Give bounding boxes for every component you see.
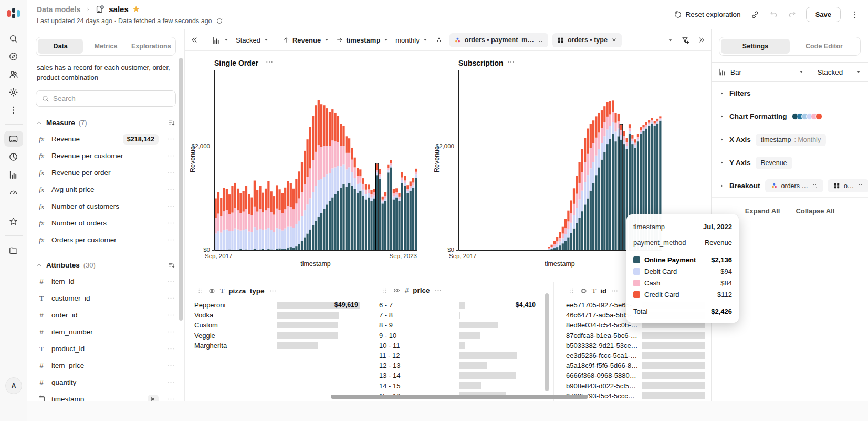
- reset-exploration-button[interactable]: Reset exploration: [674, 11, 741, 19]
- viz-mode-dropdown[interactable]: Stacked: [811, 63, 868, 81]
- rail-folder-icon[interactable]: [4, 242, 23, 258]
- rail-users-icon[interactable]: [4, 66, 23, 82]
- section-breakout[interactable]: Breakout orders …o…: [712, 174, 868, 198]
- horizontal-scrollbar-thumb[interactable]: [331, 395, 588, 399]
- rail-more-v-icon[interactable]: [4, 102, 23, 118]
- id-row[interactable]: ee3d5236-fccc-5ca1-…: [554, 351, 711, 361]
- chart-type-dropdown[interactable]: [212, 36, 229, 45]
- more-icon[interactable]: [167, 345, 175, 353]
- more-icon[interactable]: [167, 202, 175, 210]
- measure-row[interactable]: fxAvg unit price: [36, 181, 176, 198]
- pizza_type-row[interactable]: Veggie: [185, 331, 370, 341]
- granularity-dropdown[interactable]: monthly: [395, 36, 428, 44]
- more-icon[interactable]: [167, 152, 175, 160]
- save-button[interactable]: Save: [806, 7, 841, 22]
- breadcrumb-data-models[interactable]: Data models: [37, 5, 80, 14]
- y-axis-chip[interactable]: Revenue: [756, 157, 792, 169]
- pizza_type-row[interactable]: Margherita: [185, 341, 370, 351]
- section-x-axis[interactable]: X Axis timestamp : Monthly: [712, 128, 868, 151]
- rail-gear-icon[interactable]: [4, 84, 23, 100]
- price-panel-scrollbar-thumb[interactable]: [545, 293, 549, 391]
- pizza_type-panel-header[interactable]: Tpizza_type: [196, 286, 277, 295]
- attribute-row[interactable]: #quantity: [36, 374, 176, 391]
- subscription-menu-icon[interactable]: [507, 58, 515, 68]
- remove-icon[interactable]: [537, 37, 544, 44]
- rail-donut-icon[interactable]: [4, 149, 23, 165]
- measure-row[interactable]: fxNumber of customers: [36, 198, 176, 215]
- app-logo[interactable]: [7, 6, 20, 20]
- single-order-menu-icon[interactable]: [265, 58, 274, 68]
- favorite-star-icon[interactable]: ★: [132, 4, 140, 15]
- attribute-row[interactable]: #item_number: [36, 324, 176, 341]
- redo-icon[interactable]: [788, 10, 797, 19]
- more-menu-icon[interactable]: [850, 10, 860, 19]
- more-icon[interactable]: [167, 311, 175, 319]
- rail-search-icon[interactable]: [4, 30, 23, 46]
- share-link-icon[interactable]: [750, 10, 760, 19]
- measure-row[interactable]: fxNumber of orders: [36, 215, 176, 232]
- attribute-row[interactable]: Tproduct_id: [36, 341, 176, 357]
- tab-settings[interactable]: Settings: [721, 39, 790, 54]
- attribute-row[interactable]: #item_id: [36, 273, 176, 290]
- rail-barchart-icon[interactable]: [4, 167, 23, 182]
- measure-row[interactable]: fxRevenue$218,142: [36, 131, 176, 148]
- single-order-chart[interactable]: [214, 70, 417, 251]
- id-row[interactable]: a5a18c9f-f5f6-5d66-8…: [554, 361, 711, 371]
- collapse-right-icon[interactable]: [697, 36, 706, 44]
- rail-dataset-icon[interactable]: [4, 131, 23, 147]
- price-row[interactable]: 9 - 10: [370, 331, 553, 341]
- price-row[interactable]: 6 - 7$4,410: [370, 300, 553, 310]
- x-axis-chip[interactable]: timestamp : Monthly: [756, 134, 826, 146]
- y-field-dropdown[interactable]: Revenue: [283, 36, 330, 44]
- collapse-all-link[interactable]: Collapse All: [796, 207, 834, 215]
- attributes-section-header[interactable]: Attributes (30): [36, 258, 176, 273]
- remove-icon[interactable]: [857, 182, 864, 189]
- caret-down-icon[interactable]: [667, 37, 674, 44]
- breakout-chip-1[interactable]: o…: [828, 179, 868, 192]
- x-field-dropdown[interactable]: timestamp: [336, 36, 389, 44]
- tab-data[interactable]: Data: [38, 39, 83, 54]
- id-row[interactable]: b5033382-9d21-53ce…: [554, 341, 711, 351]
- sidebar-scrollbar-thumb[interactable]: [179, 58, 183, 321]
- rail-gauge-icon[interactable]: [4, 184, 23, 200]
- expand-all-link[interactable]: Expand All: [745, 207, 780, 215]
- breakout-chip-0[interactable]: orders …: [765, 179, 823, 192]
- more-icon[interactable]: [611, 287, 619, 295]
- section-filters[interactable]: Filters: [712, 82, 868, 105]
- viz-type-dropdown[interactable]: Bar: [712, 63, 811, 81]
- more-icon[interactable]: [167, 328, 175, 336]
- stack-mode-dropdown[interactable]: Stacked: [236, 36, 269, 44]
- remove-icon[interactable]: [611, 37, 618, 44]
- price-row[interactable]: 10 - 11: [370, 341, 553, 351]
- drag-handle-icon[interactable]: [568, 287, 576, 294]
- rail-star-icon[interactable]: [4, 213, 23, 229]
- more-icon[interactable]: [167, 294, 175, 302]
- filter-add-icon[interactable]: [681, 36, 690, 45]
- pizza_type-row[interactable]: Vodka: [185, 310, 370, 320]
- rail-compass-icon[interactable]: [4, 48, 23, 64]
- tab-code-editor[interactable]: Code Editor: [790, 39, 859, 54]
- id-row[interactable]: 6666f368-0968-5880…: [554, 371, 711, 381]
- remove-icon[interactable]: [811, 182, 818, 189]
- attribute-row[interactable]: #order_id: [36, 307, 176, 324]
- add-breakout-icon[interactable]: [435, 36, 443, 44]
- price-panel-header[interactable]: #price: [381, 286, 442, 294]
- more-icon[interactable]: [167, 169, 175, 177]
- more-icon[interactable]: [167, 135, 175, 143]
- more-icon[interactable]: [167, 186, 175, 193]
- measure-section-header[interactable]: Measure (7): [36, 115, 176, 131]
- id-panel-header[interactable]: Tid: [568, 286, 619, 295]
- pizza_type-row[interactable]: Custom: [185, 320, 370, 330]
- pizza_type-row[interactable]: Pepperoni$49,619: [185, 300, 370, 310]
- refresh-icon[interactable]: [216, 17, 223, 25]
- measure-row[interactable]: fxRevenue per customer: [36, 148, 176, 165]
- undo-icon[interactable]: [769, 10, 778, 19]
- attribute-row[interactable]: Tcustomer_id: [36, 290, 176, 307]
- price-row[interactable]: 12 - 13: [370, 361, 553, 371]
- drag-handle-icon[interactable]: [196, 287, 204, 294]
- measure-row[interactable]: fxOrders per customer: [36, 232, 176, 249]
- collapse-left-icon[interactable]: [190, 36, 198, 44]
- sort-icon[interactable]: [168, 261, 176, 270]
- user-avatar[interactable]: A: [5, 377, 22, 394]
- price-row[interactable]: 7 - 8: [370, 310, 553, 320]
